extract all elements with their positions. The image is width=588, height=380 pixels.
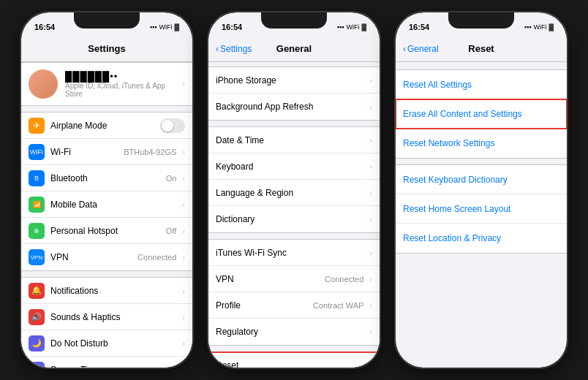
status-icons3: ▪▪▪ WiFi ▓: [524, 23, 554, 31]
notifications-cell[interactable]: 🔔 Notifications ›: [21, 278, 192, 304]
reset-network-cell[interactable]: Reset Network Settings: [396, 129, 567, 158]
back-chevron-icon3: ‹: [403, 44, 406, 54]
settings-nav-bar: Settings: [21, 36, 192, 62]
vpn-general-label: VPN: [216, 274, 319, 284]
screen3: 16:54 ▪▪▪ WiFi ▓ ‹ General Reset Reset A…: [396, 12, 567, 368]
connectivity-group: ✈ Airplane Mode WiFi Wi-Fi BTHub4-92GS ›…: [21, 112, 192, 271]
screentime-label: Screen Time: [50, 365, 176, 368]
screentime-chevron: ›: [182, 365, 185, 368]
wifi-value: BTHub4-92GS: [124, 148, 176, 156]
status-icons: ▪▪▪ WiFi ▓: [150, 23, 179, 31]
profile-general-chevron: ›: [369, 301, 372, 310]
general-nav-title: General: [276, 43, 312, 54]
reset-options-group: Reset All Settings Erase All Content and…: [396, 69, 567, 159]
vpn-label: VPN: [50, 252, 132, 262]
bg-refresh-cell[interactable]: Background App Refresh ›: [208, 94, 380, 120]
reset-keyboard-cell[interactable]: Reset Keyboard Dictionary: [396, 165, 567, 194]
profile-general-value: Contract WAP: [313, 301, 363, 310]
dnd-cell[interactable]: 🌙 Do Not Disturb ›: [21, 330, 192, 357]
datetime-group: Date & Time › Keyboard › Language & Regi…: [208, 126, 380, 233]
hotspot-label: Personal Hotspot: [50, 226, 160, 236]
back-to-settings[interactable]: ‹ Settings: [216, 44, 252, 54]
avatar: [29, 69, 58, 99]
profile-general-cell[interactable]: Profile Contract WAP ›: [208, 292, 380, 319]
back-label3: General: [407, 44, 439, 54]
profile-chevron: ›: [182, 80, 185, 88]
reset-options-group2: Reset Keyboard Dictionary Reset Home Scr…: [396, 164, 567, 254]
airplane-mode-cell[interactable]: ✈ Airplane Mode: [21, 113, 192, 139]
vpn-general-chevron: ›: [369, 275, 372, 284]
dictionary-cell[interactable]: Dictionary ›: [208, 206, 380, 232]
reset-location-label: Reset Location & Privacy: [403, 233, 559, 243]
phone1: 16:54 ▪▪▪ WiFi ▓ Settings ██████•• Apple…: [20, 11, 194, 369]
bg-refresh-chevron: ›: [369, 102, 372, 111]
profile-cell[interactable]: ██████•• Apple ID, iCloud, iTunes & App …: [21, 62, 192, 106]
settings-title: Settings: [88, 43, 125, 54]
datetime-label: Date & Time: [216, 135, 363, 145]
bluetooth-label: Bluetooth: [50, 173, 160, 183]
mobile-data-icon: 📶: [29, 197, 45, 213]
status-time3: 16:54: [409, 23, 429, 31]
dictionary-label: Dictionary: [216, 214, 363, 224]
vpn-cell[interactable]: VPN VPN Connected ›: [21, 244, 192, 270]
vpn-general-value: Connected: [325, 275, 363, 284]
reset-homescreen-cell[interactable]: Reset Home Screen Layout: [396, 194, 567, 224]
regulatory-chevron: ›: [369, 327, 372, 336]
sync-group: iTunes Wi-Fi Sync › VPN Connected › Prof…: [208, 239, 380, 346]
bluetooth-value: On: [166, 174, 177, 183]
keyboard-cell[interactable]: Keyboard ›: [208, 153, 380, 180]
profile-name: ██████••: [65, 71, 175, 82]
screentime-cell[interactable]: ⏱ Screen Time ›: [21, 357, 192, 368]
language-cell[interactable]: Language & Region ›: [208, 180, 380, 206]
notifications-chevron: ›: [182, 286, 185, 295]
profile-info: ██████•• Apple ID, iCloud, iTunes & App …: [65, 71, 175, 98]
vpn-chevron: ›: [182, 253, 185, 262]
reset-all-settings-cell[interactable]: Reset All Settings: [396, 70, 567, 99]
airplane-toggle[interactable]: [160, 118, 185, 133]
reset-content: Reset All Settings Erase All Content and…: [396, 62, 567, 368]
iphone-storage-label: iPhone Storage: [216, 75, 363, 86]
back-chevron-icon: ‹: [216, 44, 219, 54]
regulatory-cell[interactable]: Regulatory ›: [208, 319, 380, 345]
general-content: iPhone Storage › Background App Refresh …: [208, 62, 380, 368]
erase-content-cell[interactable]: Erase All Content and Settings: [396, 99, 567, 129]
reset-homescreen-label: Reset Home Screen Layout: [403, 204, 559, 214]
notch3: [448, 12, 514, 28]
side-button-power2: [380, 100, 381, 137]
reset-label: Reset: [216, 360, 363, 368]
notifications-label: Notifications: [50, 286, 176, 296]
phone2: 16:54 ▪▪▪ WiFi ▓ ‹ Settings General iPho…: [207, 11, 381, 369]
iphone-storage-cell[interactable]: iPhone Storage ›: [208, 67, 380, 94]
bluetooth-chevron: ›: [182, 174, 185, 183]
dnd-icon: 🌙: [29, 335, 45, 352]
bluetooth-cell[interactable]: B Bluetooth On ›: [21, 165, 192, 191]
battery-icon: ▓: [174, 23, 179, 31]
reset-location-cell[interactable]: Reset Location & Privacy: [396, 224, 567, 253]
wifi-chevron: ›: [182, 148, 185, 156]
phone3: 16:54 ▪▪▪ WiFi ▓ ‹ General Reset Reset A…: [394, 11, 568, 369]
sounds-chevron: ›: [182, 313, 185, 322]
hotspot-cell[interactable]: ⊕ Personal Hotspot Off ›: [21, 218, 192, 244]
airplane-label: Airplane Mode: [50, 121, 154, 131]
vpn-general-cell[interactable]: VPN Connected ›: [208, 266, 380, 292]
datetime-cell[interactable]: Date & Time ›: [208, 127, 380, 153]
hotspot-chevron: ›: [182, 227, 185, 235]
wifi-cell[interactable]: WiFi Wi-Fi BTHub4-92GS ›: [21, 139, 192, 165]
itunes-label: iTunes Wi-Fi Sync: [216, 248, 363, 258]
battery-icon3: ▓: [549, 23, 554, 31]
reset-cell[interactable]: Reset ›: [208, 352, 380, 368]
sounds-label: Sounds & Haptics: [50, 312, 176, 322]
itunes-chevron: ›: [369, 248, 372, 257]
dnd-label: Do Not Disturb: [50, 338, 176, 349]
datetime-chevron: ›: [369, 136, 372, 145]
back-to-general[interactable]: ‹ General: [403, 44, 439, 54]
wifi-status-icon: WiFi: [159, 23, 172, 31]
mobile-data-cell[interactable]: 📶 Mobile Data ›: [21, 191, 192, 218]
bluetooth-icon: B: [29, 170, 45, 186]
itunes-sync-cell[interactable]: iTunes Wi-Fi Sync ›: [208, 240, 380, 266]
keyboard-label: Keyboard: [216, 162, 363, 172]
vpn-value: Connected: [137, 253, 176, 262]
notifications-icon: 🔔: [29, 283, 45, 299]
sounds-cell[interactable]: 🔊 Sounds & Haptics ›: [21, 304, 192, 330]
wifi-status-icon2: WiFi: [346, 23, 359, 31]
